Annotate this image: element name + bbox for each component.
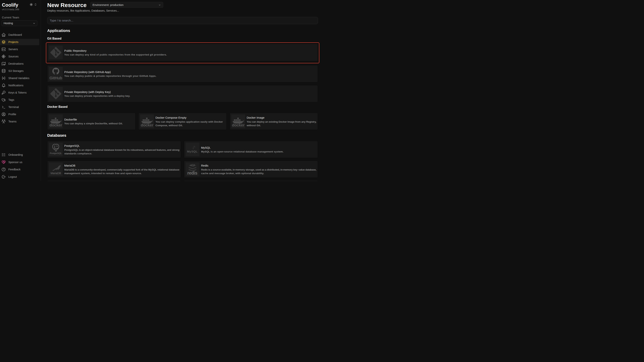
svg-text:GitHub: GitHub xyxy=(49,76,62,80)
svg-text:MySQL: MySQL xyxy=(187,150,198,153)
svg-text:MariaDB: MariaDB xyxy=(50,172,61,175)
svg-text:docker: docker xyxy=(232,123,244,127)
svg-text:redis: redis xyxy=(187,171,197,176)
svg-text:PostgreSQL: PostgreSQL xyxy=(50,152,62,154)
svg-text:docker: docker xyxy=(141,123,153,127)
svg-text:docker: docker xyxy=(50,123,62,127)
